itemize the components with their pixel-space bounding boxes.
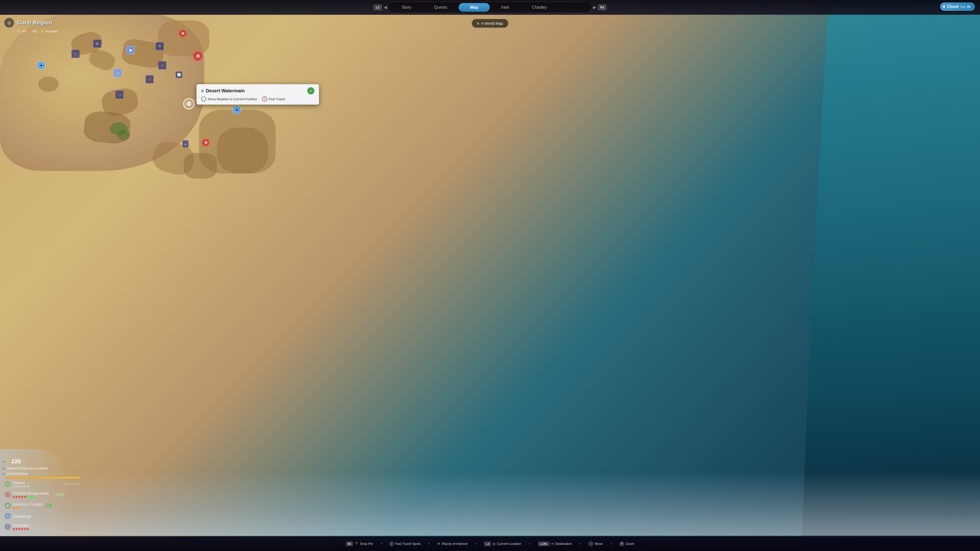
map-icon-spike[interactable]: ▲ [183, 140, 189, 148]
map-icon-building2[interactable]: ⬡ [72, 50, 80, 58]
popup-actions: △ Show Relative to Current Position ✕ Fa… [201, 97, 314, 102]
shield-icon: 🛡 [17, 29, 21, 33]
popup-action1-text: Show Relative to Current Position [207, 97, 257, 101]
stat2-value: 5/6 [32, 29, 37, 33]
map-icon-poi2[interactable]: ◇ [114, 69, 122, 77]
selected-location-marker[interactable] [183, 98, 194, 110]
map-icon-flag[interactable]: ⚑ [156, 42, 164, 50]
x-button: ✕ [262, 97, 267, 102]
map-marker-x1[interactable]: ✕ [179, 29, 187, 38]
map-icon-building4[interactable]: ⬡ [115, 91, 124, 99]
popup-action-show[interactable]: △ Show Relative to Current Position [201, 97, 257, 102]
map-marker-x2[interactable]: ✕ [192, 51, 203, 61]
region-title-row: ◎ Corel Region [4, 17, 58, 28]
region-name: Corel Region [17, 19, 52, 26]
popup-check-icon: ✓ [307, 87, 314, 94]
region-icon: ◎ [4, 17, 14, 28]
popup-title-text: Desert Watermain [206, 88, 245, 94]
region-header: ◎ Corel Region 🛡 4/5 ● 5/6 ⚡ Navalan [4, 17, 58, 33]
popup-menu-icon: ≡ [201, 88, 204, 94]
popup-action-travel[interactable]: ✕ Fast Travel [262, 97, 285, 102]
popup-header: ≡ Desert Watermain ✓ [201, 87, 314, 94]
map-icon-building3[interactable]: ⬡ [158, 61, 166, 69]
map-icon-small1[interactable]: ⬜ [176, 71, 182, 78]
map-icon-tower[interactable]: 🗼 [145, 75, 154, 83]
region-stats: 🛡 4/5 ● 5/6 ⚡ Navalan [4, 29, 58, 33]
stat1-value: 4/5 [22, 29, 26, 33]
lightning-icon: ⚡ [40, 29, 45, 33]
stat3-value: Navalan [45, 29, 58, 33]
popup-title: ≡ Desert Watermain [201, 88, 245, 94]
map-popup: ≡ Desert Watermain ✓ △ Show Relative to … [197, 84, 319, 105]
map-icon-blue1[interactable]: ✦ [37, 61, 45, 69]
map-icon-building1[interactable]: 🏛 [93, 40, 101, 48]
map-icon-poi1[interactable]: ◆ [126, 46, 135, 54]
region-stat-2: ● 5/6 [29, 29, 37, 33]
triangle-button: △ [201, 97, 206, 102]
top-nav: L2 ◀ Story Quests Map Intel Chadley ▶ R2 [0, 0, 372, 15]
eye-icon: ● [29, 29, 32, 33]
region-stat-3: ⚡ Navalan [40, 29, 58, 33]
popup-action2-text: Fast Travel [269, 97, 285, 101]
map-icon-blue2[interactable]: ✦ [233, 106, 241, 114]
region-stat-1: 🛡 4/5 [17, 29, 26, 33]
map-marker-x3[interactable]: ✕ [202, 138, 210, 147]
